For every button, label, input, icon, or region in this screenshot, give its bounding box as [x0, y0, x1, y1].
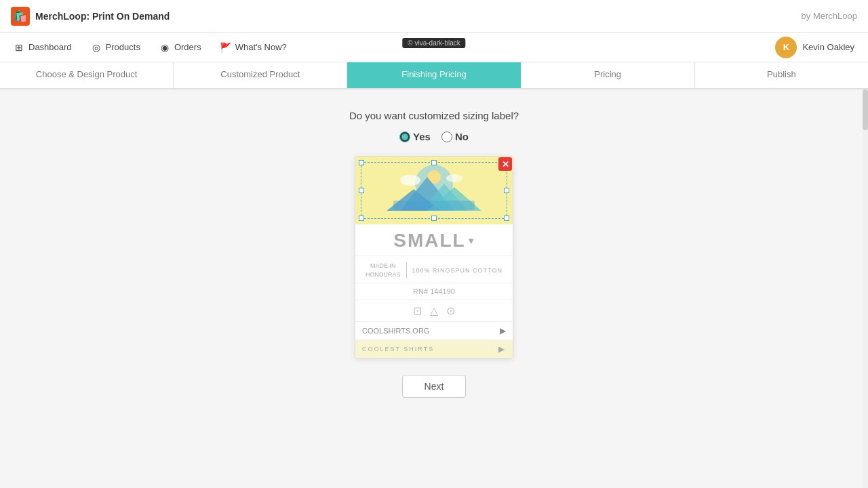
nav-products[interactable]: ◎ Products — [91, 42, 140, 53]
size-row: SMALL ▾ — [355, 224, 513, 256]
products-icon: ◎ — [91, 42, 102, 53]
flag-icon: 🚩 — [220, 42, 231, 53]
handle-tl[interactable] — [359, 160, 364, 165]
label-design-area: ✕ — [355, 157, 513, 224]
cotton-text: 100% RINGSPUN COTTON — [412, 267, 502, 274]
handle-bl[interactable] — [359, 216, 364, 221]
nav-items: ⊞ Dashboard ◎ Products ◉ Orders 🚩 What's… — [14, 42, 287, 53]
no-radio[interactable] — [441, 131, 452, 142]
dry-icon: ⊙ — [446, 304, 455, 317]
handle-tc[interactable] — [431, 160, 437, 165]
nav-dashboard[interactable]: ⊞ Dashboard — [14, 42, 72, 53]
website-row: COOLSHIRTS.ORG ▶ — [355, 322, 513, 340]
label-card: ✕ SMALL ▾ MADE IN HONDURAS 100% RING — [355, 156, 513, 359]
brand-row: COOLEST SHIRTS ▶ — [355, 340, 513, 358]
handle-ml[interactable] — [359, 188, 364, 193]
origin-text: MADE IN HONDURAS — [366, 262, 406, 279]
nav-whats-new[interactable]: 🚩 What's Now? — [220, 42, 287, 53]
handle-mr[interactable] — [504, 188, 509, 193]
step-finishing-pricing[interactable]: Finishing Pricing — [347, 62, 520, 88]
next-button[interactable]: Next — [402, 375, 467, 398]
handle-br[interactable] — [504, 216, 509, 221]
website-text: COOLSHIRTS.ORG — [362, 327, 429, 335]
rn-row: RN# 144190 — [355, 283, 513, 300]
step-pricing[interactable]: Pricing — [521, 62, 694, 88]
scrollbar-thumb[interactable] — [863, 89, 868, 130]
yes-radio[interactable] — [399, 131, 410, 142]
size-dropdown-arrow[interactable]: ▾ — [469, 235, 475, 246]
step-publish[interactable]: Publish — [695, 62, 868, 88]
design-selection: ✕ — [361, 162, 507, 219]
by-text: by MerchLoop — [802, 11, 857, 21]
steps-bar: Choose & Design Product Customized Produ… — [0, 62, 868, 89]
wash-icon: ⊡ — [413, 304, 422, 317]
yes-option[interactable]: Yes — [399, 131, 431, 142]
website-arrow[interactable]: ▶ — [500, 326, 506, 336]
no-option[interactable]: No — [441, 131, 469, 142]
step-customized[interactable]: Customized Product — [174, 62, 347, 88]
main-content: Do you want customized sizing label? Yes… — [0, 89, 868, 488]
user-name: Kevin Oakley — [802, 42, 854, 52]
yes-no-radio: Yes No — [399, 131, 469, 142]
care-icons: ⊡ △ ⊙ — [355, 300, 513, 322]
app-branding: 🛍️ MerchLoop: Print On Demand — [11, 7, 170, 26]
label-info: SMALL ▾ MADE IN HONDURAS 100% RINGSPUN C… — [355, 224, 513, 358]
iron-icon: △ — [430, 304, 438, 317]
user-area: K Kevin Oakley — [775, 37, 854, 58]
origin-divider — [406, 262, 407, 279]
brand-text: COOLEST SHIRTS — [362, 346, 434, 352]
handle-bc[interactable] — [431, 216, 437, 221]
close-button[interactable]: ✕ — [498, 157, 512, 171]
app-icon: 🛍️ — [11, 7, 30, 26]
sizing-question: Do you want customized sizing label? — [349, 110, 519, 121]
step-choose-design[interactable]: Choose & Design Product — [0, 62, 173, 88]
origin-row: MADE IN HONDURAS 100% RINGSPUN COTTON — [355, 256, 513, 283]
top-bar: 🛍️ MerchLoop: Print On Demand by MerchLo… — [0, 0, 868, 33]
app-title: MerchLoop: Print On Demand — [35, 11, 170, 22]
dashboard-icon: ⊞ — [14, 42, 24, 53]
brand-arrow[interactable]: ▶ — [498, 344, 506, 354]
orders-icon: ◉ — [159, 42, 170, 53]
nav-orders[interactable]: ◉ Orders — [159, 42, 201, 53]
scrollbar-track[interactable] — [863, 89, 868, 488]
avatar: K — [775, 37, 797, 58]
viva-tag: © viva-dark-black — [402, 38, 465, 48]
